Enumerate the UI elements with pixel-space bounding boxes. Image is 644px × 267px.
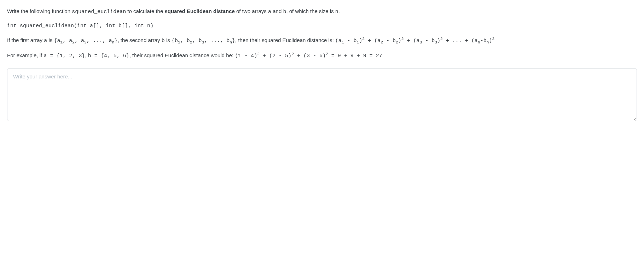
text: , of which the size is (286, 8, 335, 14)
var-a: a (44, 38, 47, 44)
array-b-display: {b1, b2, b3, ..., bn} (172, 38, 235, 44)
function-signature: int squared_euclidean(int a[], int b[], … (7, 21, 637, 30)
bold-term: squared Euclidean distance (164, 8, 234, 14)
text: For example, if (7, 52, 43, 58)
text: , then their squared Euclidean distance … (235, 37, 335, 43)
var-a: a (268, 9, 271, 15)
text: of two arrays (235, 8, 268, 14)
answer-input[interactable] (7, 68, 637, 121)
var-b: b (162, 38, 165, 44)
distance-formula: (a1 - b1)2 + (a2 - b2)2 + (a3 - b3)2 + .… (335, 38, 494, 44)
text: Write the following function (7, 8, 72, 14)
text: is (47, 37, 54, 43)
signature-code: int squared_euclidean(int a[], int b[], … (7, 23, 153, 29)
text: and (271, 8, 283, 14)
array-a-display: {a1, a2, a3, ..., an} (54, 38, 117, 44)
text: , their squared Euclidean distance would… (129, 52, 235, 58)
example-a: a = {1, 2, 3} (43, 53, 85, 59)
text: to calculate the (126, 8, 164, 14)
text: is (165, 37, 172, 43)
var-n: n (335, 9, 338, 15)
text: . (338, 8, 340, 14)
formula-paragraph: If the first array a is {a1, a2, a3, ...… (7, 35, 637, 46)
instruction-paragraph-1: Write the following function squared_euc… (7, 7, 637, 16)
example-paragraph: For example, if a = {1, 2, 3}, b = {4, 5… (7, 51, 637, 60)
example-computation: (1 - 4)2 + (2 - 5)2 + (3 - 6)2 = 9 + 9 +… (235, 53, 382, 59)
function-name-code: squared_euclidean (72, 9, 126, 15)
example-b: b = {4, 5, 6} (88, 53, 129, 59)
text: , (85, 52, 88, 58)
text: , the second array (118, 37, 162, 43)
text: If the first array (7, 37, 44, 43)
